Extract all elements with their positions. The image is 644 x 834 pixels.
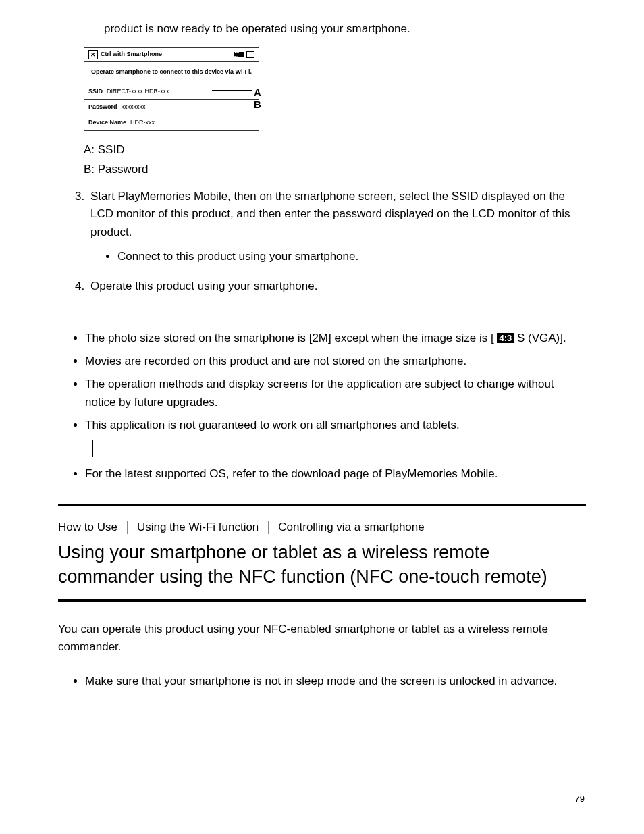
lcd-frame: ✕ Ctrl with Smartphone Wi-Fi Operate sma… xyxy=(84,47,259,131)
lcd-row-password: Password xxxxxxxx xyxy=(84,99,259,115)
note-3: The operation methods and display screen… xyxy=(85,375,586,411)
prep-1: Make sure that your smartphone is not in… xyxy=(85,673,586,690)
continuation-text: product is now ready to be operated usin… xyxy=(104,20,586,38)
password-label: Password xyxy=(88,103,117,112)
lcd-figure: ✕ Ctrl with Smartphone Wi-Fi Operate sma… xyxy=(84,47,259,131)
lcd-message: Operate smartphone to connect to this de… xyxy=(84,62,259,84)
step-3: Start PlayMemories Mobile, then on the s… xyxy=(88,188,586,265)
step-3-sublist: Connect to this product using your smart… xyxy=(90,248,586,265)
step-list: Start PlayMemories Mobile, then on the s… xyxy=(58,188,586,296)
devicename-value: HDR-xxx xyxy=(130,118,155,128)
note-empty-box xyxy=(85,440,586,457)
callout-b: B xyxy=(254,97,261,112)
section-intro: You can operate this product using your … xyxy=(58,621,586,656)
breadcrumb: How to Use Using the Wi-Fi function Cont… xyxy=(58,519,586,536)
figure-caption: A: SSID B: Password xyxy=(84,140,586,180)
step-3-sub-1: Connect to this product using your smart… xyxy=(117,248,586,265)
wifi-badge-icon: Wi-Fi xyxy=(234,52,244,57)
lcd-row-ssid: SSID DIRECT-xxxx:HDR-xxx xyxy=(84,84,259,99)
devicename-label: Device Name xyxy=(88,118,126,128)
password-value: xxxxxxxx xyxy=(122,103,146,112)
crumb-3: Controlling via a smartphone xyxy=(278,519,424,536)
ssid-label: SSID xyxy=(88,87,103,97)
crumb-2: Using the Wi-Fi function xyxy=(137,519,259,536)
section-divider-top xyxy=(58,504,586,506)
note-4: This application is not guaranteed to wo… xyxy=(85,417,586,434)
crumb-1: How to Use xyxy=(58,519,117,536)
preparation-list: Make sure that your smartphone is not in… xyxy=(58,673,586,690)
note-1-text-a: The photo size stored on the smartphone … xyxy=(85,332,494,344)
section-divider-bottom xyxy=(58,599,586,602)
section-heading: Using your smartphone or tablet as a wir… xyxy=(58,540,586,590)
step-3-text: Start PlayMemories Mobile, then on the s… xyxy=(90,190,570,238)
lcd-row-devicename: Device Name HDR-xxx xyxy=(84,115,259,130)
battery-icon xyxy=(246,51,254,58)
placeholder-box xyxy=(72,440,93,457)
callout-line-a xyxy=(212,90,252,91)
note-5: For the latest supported OS, refer to th… xyxy=(85,465,586,483)
close-icon: ✕ xyxy=(88,50,98,59)
callout-line-b xyxy=(212,103,252,103)
step-4: Operate this product using your smartpho… xyxy=(88,278,586,295)
caption-line-a: A: SSID xyxy=(84,140,586,160)
note-2: Movies are recorded on this product and … xyxy=(85,353,586,370)
note-1-text-b: S (VGA)]. xyxy=(514,332,566,344)
lcd-title: Ctrl with Smartphone xyxy=(101,50,162,59)
lcd-titlebar: ✕ Ctrl with Smartphone Wi-Fi xyxy=(84,48,259,62)
caption-line-b: B: Password xyxy=(84,160,586,180)
crumb-separator xyxy=(127,521,128,534)
page-number: 79 xyxy=(575,792,585,806)
aspect-ratio-icon: 4:3 xyxy=(497,333,514,343)
note-1: The photo size stored on the smartphone … xyxy=(85,330,586,347)
notes-list: The photo size stored on the smartphone … xyxy=(58,330,586,484)
crumb-separator xyxy=(268,521,269,534)
ssid-value: DIRECT-xxxx:HDR-xxx xyxy=(107,87,169,97)
